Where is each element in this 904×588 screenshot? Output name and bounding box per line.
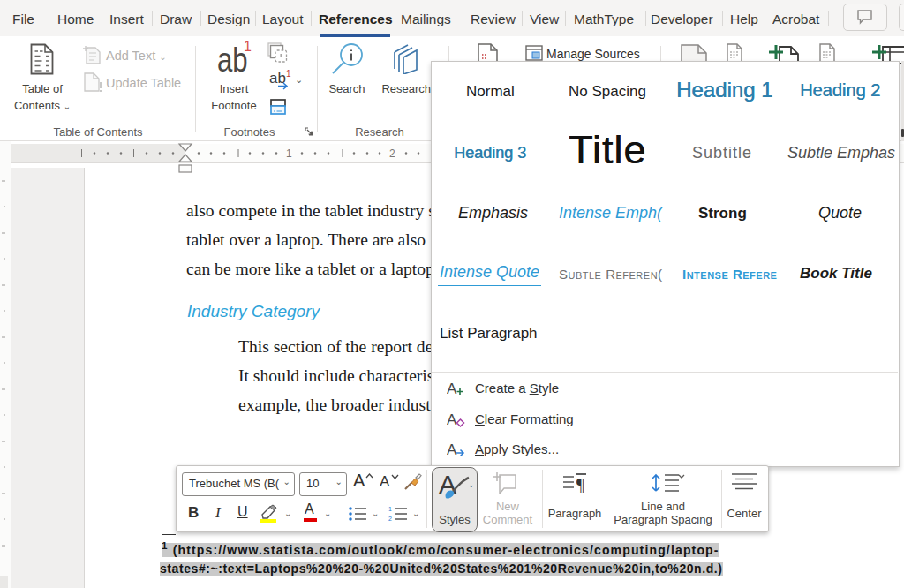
svg-text:2: 2 bbox=[388, 516, 392, 522]
svg-text:A: A bbox=[447, 381, 457, 397]
svg-text:1: 1 bbox=[388, 506, 392, 512]
svg-text:1: 1 bbox=[286, 147, 292, 160]
svg-text:2: 2 bbox=[389, 147, 396, 160]
svg-text:A: A bbox=[447, 441, 457, 458]
svg-text:A: A bbox=[447, 411, 457, 428]
svg-text:¶: ¶ bbox=[576, 475, 584, 493]
